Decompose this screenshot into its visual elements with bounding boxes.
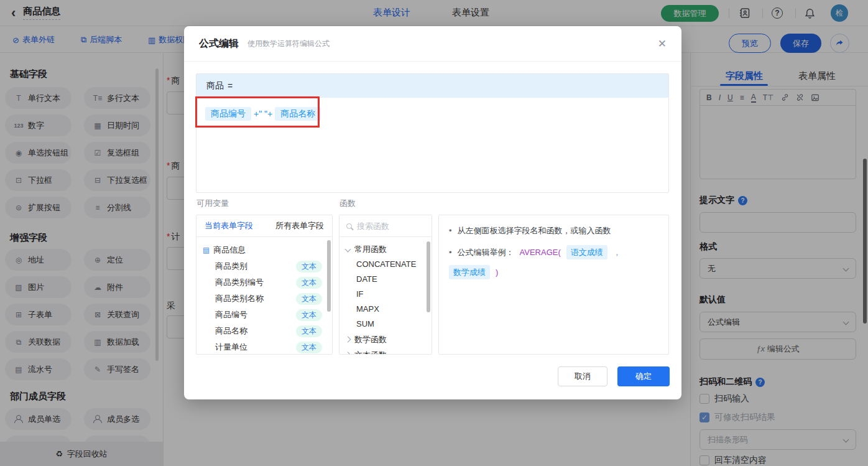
function-group-common[interactable]: 常用函数	[346, 241, 432, 257]
tips-panel: • 从左侧面板选择字段名和函数，或输入函数 • 公式编辑举例： AVERAGE(…	[438, 215, 669, 355]
function-item[interactable]: CONCATENATE	[346, 257, 432, 272]
function-item[interactable]: MAPX	[346, 302, 432, 317]
modal-title: 公式编辑	[199, 37, 239, 50]
function-group-math[interactable]: 数学函数	[346, 332, 432, 347]
type-badge: 文本	[296, 293, 322, 305]
variable-row[interactable]: 计量单位文本	[203, 339, 326, 355]
function-item[interactable]: IF	[346, 287, 432, 302]
function-search-input[interactable]	[357, 221, 419, 231]
type-badge: 文本	[296, 309, 322, 321]
functions-scrollbar[interactable]	[427, 241, 430, 312]
type-badge: 文本	[296, 261, 322, 273]
variable-row[interactable]: 商品类别名称文本	[203, 291, 326, 307]
tip-line: • 从左侧面板选择字段名和函数，或输入函数	[449, 224, 658, 237]
search-icon	[346, 223, 352, 229]
variable-row[interactable]: 商品编号文本	[203, 307, 326, 323]
variables-panel: 当前表单字段 所有表单字段 ▤ 商品信息 商品类别文本 商品类别编号文本 商品类…	[196, 215, 333, 355]
cancel-button[interactable]: 取消	[558, 366, 607, 386]
formula-editor: 商品 = 商品编号 +" "+ 商品名称	[196, 73, 669, 193]
variable-row[interactable]: 商品名称文本	[203, 323, 326, 339]
tab-all-form-fields[interactable]: 所有表单字段	[275, 220, 324, 231]
formula-expression[interactable]: 商品编号 +" "+ 商品名称	[196, 98, 668, 130]
formula-operator: +" "+	[254, 109, 272, 119]
variables-scrollbar[interactable]	[327, 240, 331, 312]
variable-row[interactable]: 商品类别文本	[203, 258, 326, 274]
chevron-down-icon	[345, 246, 351, 253]
formula-target: 商品 =	[196, 74, 668, 98]
type-badge: 文本	[296, 277, 322, 289]
tip-example-line: • 公式编辑举例： AVERAGE( 语文成绩 ， 数学成绩 )	[449, 245, 658, 279]
modal-header: 公式编辑 使用数学运算符编辑公式 ✕	[184, 26, 681, 62]
field-token[interactable]: 商品名称	[275, 107, 321, 121]
type-badge: 文本	[296, 325, 322, 337]
tree-root-form[interactable]: ▤ 商品信息	[203, 242, 326, 258]
tab-current-form-fields[interactable]: 当前表单字段	[205, 220, 253, 231]
doc-icon: ▤	[203, 246, 210, 254]
modal-subtitle: 使用数学运算符编辑公式	[247, 39, 330, 49]
chevron-right-icon	[345, 337, 351, 343]
app-root: ‹ 商品信息 表单设计 表单设置 数据管理 ? 检 ⊘ 表单外链 ⧉ 后端脚本 …	[0, 0, 868, 466]
variable-row[interactable]: 商品类别编号文本	[203, 274, 326, 291]
function-item[interactable]: DATE	[346, 272, 432, 287]
field-token[interactable]: 商品编号	[205, 107, 251, 121]
function-item[interactable]: SUM	[346, 317, 432, 332]
example-token: 语文成绩	[566, 245, 607, 259]
close-icon[interactable]: ✕	[658, 37, 667, 50]
functions-label: 函数	[339, 198, 356, 209]
variables-label: 可用变量	[196, 198, 229, 209]
function-search[interactable]	[339, 215, 432, 237]
chevron-right-icon	[345, 352, 351, 355]
type-badge: 文本	[296, 342, 322, 353]
formula-edit-modal: 公式编辑 使用数学运算符编辑公式 ✕ 商品 = 商品编号 +" "+ 商品名称 …	[184, 26, 681, 399]
functions-panel: 常用函数 CONCATENATE DATE IF MAPX SUM 数学函数 文…	[339, 215, 432, 355]
example-token: 数学成绩	[449, 265, 490, 279]
function-group-text[interactable]: 文本函数	[346, 347, 432, 355]
example-function: AVERAGE(	[520, 246, 561, 259]
confirm-button[interactable]: 确定	[617, 366, 670, 386]
